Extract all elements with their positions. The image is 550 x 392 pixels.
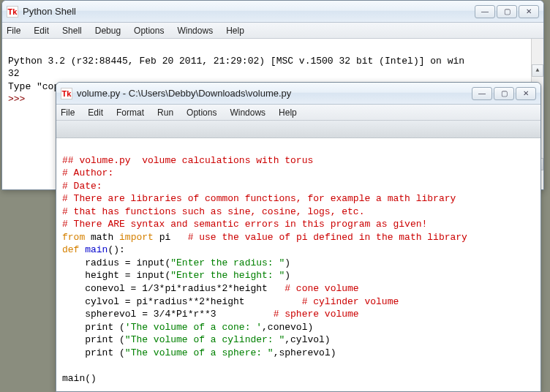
code-comment: # cone volume: [285, 283, 358, 294]
maximize-button[interactable]: ▢: [494, 87, 514, 100]
shell-prompt: >>>: [8, 94, 31, 105]
maximize-button[interactable]: ▢: [497, 5, 517, 18]
menu-file[interactable]: File: [7, 26, 20, 36]
code-text: ): [285, 257, 290, 268]
code-text: radius = input(: [62, 257, 170, 268]
code-text: height = input(: [62, 270, 170, 281]
minimize-button[interactable]: —: [475, 5, 495, 18]
code-text: conevol = 1/3*pi*radius*2*height: [62, 283, 285, 294]
scroll-up-icon[interactable]: ▲: [532, 64, 543, 77]
code-line: # Author:: [62, 167, 113, 178]
tk-icon: Tk: [7, 6, 18, 18]
code-comment: # cylinder volume: [302, 296, 399, 307]
code-line: # There are libraries of common function…: [62, 193, 456, 204]
shell-menubar: File Edit Shell Debug Options Windows He…: [2, 23, 543, 39]
menu-debug[interactable]: Debug: [95, 26, 121, 36]
shell-titlebar[interactable]: Tk Python Shell — ▢ ✕: [2, 1, 543, 23]
close-button[interactable]: ✕: [516, 87, 536, 100]
shell-version-line1: Python 3.2 (r32:88445, Feb 20 2011, 21:2…: [8, 56, 464, 67]
code-line: ## volume.py volume calculations with to…: [62, 155, 313, 166]
code-line: # Date:: [62, 181, 102, 192]
code-text: ,spherevol): [274, 347, 336, 358]
code-text: ,cylvol): [285, 334, 330, 345]
minimize-button[interactable]: —: [472, 87, 492, 100]
code-string: "The volume of a cylinder: ": [125, 334, 285, 345]
menu-run[interactable]: Run: [157, 108, 173, 118]
menu-edit[interactable]: Edit: [34, 26, 49, 36]
menu-windows[interactable]: Windows: [177, 26, 213, 36]
menu-help[interactable]: Help: [279, 108, 297, 118]
editor-title-text: volume.py - C:\Users\Debby\Downloads\vol…: [77, 88, 472, 99]
menu-format[interactable]: Format: [116, 108, 144, 118]
code-text: spherevol = 3/4*Pi*r**3: [62, 309, 274, 320]
shell-window-controls: — ▢ ✕: [475, 5, 539, 18]
code-text: ():: [108, 244, 124, 255]
editor-titlebar[interactable]: Tk volume.py - C:\Users\Debby\Downloads\…: [56, 83, 540, 105]
kw-from: from: [62, 232, 85, 243]
code-comment: # use the value of pi defined in the mat…: [188, 232, 467, 243]
menu-file[interactable]: File: [61, 108, 75, 118]
code-string: "The volume of a sphere: ": [125, 347, 274, 358]
code-line: # that has functions such as sine, cosin…: [62, 206, 364, 217]
shell-version-line2: 32: [8, 68, 20, 79]
kw-def: def: [62, 244, 79, 255]
code-text: (: [113, 347, 125, 358]
code-text: cylvol = pi*radius**2*height: [62, 296, 302, 307]
code-text: print: [62, 322, 113, 333]
menu-windows[interactable]: Windows: [230, 108, 265, 118]
close-button[interactable]: ✕: [519, 5, 539, 18]
code-text: (: [113, 334, 125, 345]
shell-title-text: Python Shell: [23, 6, 475, 17]
menu-options[interactable]: Options: [134, 26, 164, 36]
code-string: 'The volume of a cone: ': [125, 322, 262, 333]
code-text: print: [62, 347, 113, 358]
tk-icon: Tk: [61, 88, 72, 99]
editor-window-controls: — ▢ ✕: [472, 87, 536, 100]
code-text: (: [113, 322, 125, 333]
code-text: math: [85, 232, 119, 243]
editor-window: Tk volume.py - C:\Users\Debby\Downloads\…: [56, 82, 541, 392]
menu-edit[interactable]: Edit: [88, 108, 103, 118]
code-text: main(): [62, 373, 97, 384]
code-string: "Enter the radius: ": [170, 257, 285, 268]
code-comment: # sphere volume: [274, 309, 359, 320]
menu-shell[interactable]: Shell: [62, 26, 82, 36]
editor-menubar: File Edit Format Run Options Windows Hel…: [56, 105, 540, 121]
code-text: pi: [154, 232, 188, 243]
menu-options[interactable]: Options: [187, 108, 216, 118]
func-name: main: [79, 244, 108, 255]
editor-toolbar: [56, 121, 540, 138]
menu-help[interactable]: Help: [226, 26, 244, 36]
editor-content[interactable]: ## volume.py volume calculations with to…: [56, 138, 540, 387]
code-string: "Enter the height: ": [170, 270, 285, 281]
code-text: ): [285, 270, 290, 281]
kw-import: import: [119, 232, 154, 243]
code-text: print: [62, 334, 113, 345]
code-text: ,conevol): [262, 322, 313, 333]
code-line: # There ARE syntax and semantic errors i…: [62, 219, 427, 230]
